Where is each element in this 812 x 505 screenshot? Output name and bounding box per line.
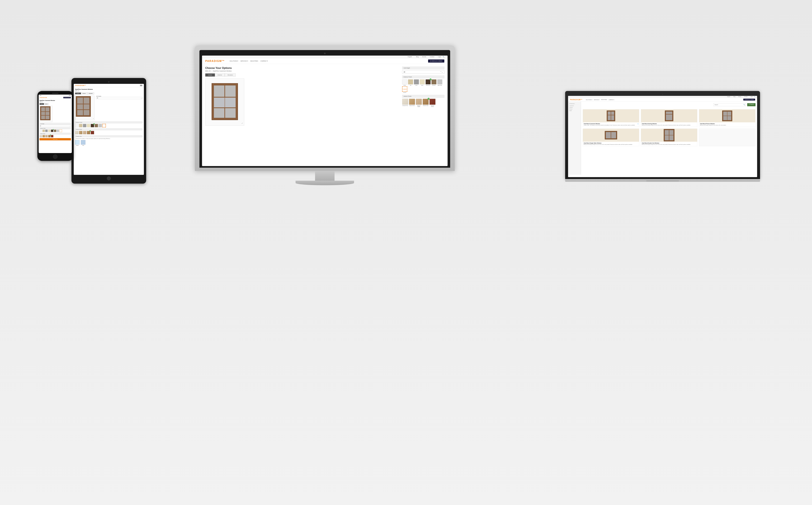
phone-swatch-white[interactable]: [39, 130, 42, 132]
tablet-tab-exterior[interactable]: Exterior: [81, 93, 87, 95]
swatch-nat-maple[interactable]: Natural Maple: [416, 99, 422, 107]
laptop-topbar-contact[interactable]: Contact: [744, 96, 748, 97]
phone-swatch-tan[interactable]: [42, 130, 45, 132]
tablet-glazing-triple[interactable]: Triple: [81, 140, 85, 146]
nav-industries[interactable]: INDUSTRIES: [250, 60, 258, 62]
topbar-separator2: ·: [420, 56, 421, 57]
laptop-topbar-english[interactable]: English: [727, 96, 730, 97]
phone-tab-exterior[interactable]: Exterior: [44, 103, 49, 105]
product-card-awning[interactable]: Clad Wood Awning Window Beauty and energ…: [641, 109, 697, 127]
tablet-tab-interior[interactable]: Interior: [75, 93, 81, 95]
right-panel: Call Height 48 ⌃⌄ Exterior Finish: [402, 66, 444, 162]
swatch-tan-label: Tan: [410, 85, 412, 86]
laptop-schedule-btn[interactable]: SCHEDULE A DEMO: [743, 99, 755, 101]
tablet-logo: PARADIGM™: [75, 85, 86, 86]
laptop-topbar-events[interactable]: Events: [738, 96, 741, 97]
tab-exterior[interactable]: Exterior: [215, 73, 225, 76]
swatch-white[interactable]: White: [402, 79, 407, 86]
swatch-grey[interactable]: Grey: [414, 79, 419, 86]
phone-swatch-lightgrey[interactable]: [56, 130, 59, 132]
tablet-swatch-tan[interactable]: [79, 124, 82, 127]
nav-services[interactable]: SERVICES ▾: [240, 60, 248, 62]
phone-swatch-custom[interactable]: [59, 130, 62, 132]
tablet-glazing-double[interactable]: Double: [75, 140, 79, 146]
phone-schedule-mini[interactable]: SCHEDULE A DEMO: [63, 97, 71, 98]
tablet-swatch-white[interactable]: [75, 124, 79, 127]
sidebar-category-3[interactable]: Awning: [569, 107, 580, 108]
topbar-english[interactable]: English: [408, 56, 412, 57]
tablet-swatch-espresso[interactable]: ✓: [91, 124, 94, 127]
topbar-blog[interactable]: Blog: [416, 56, 419, 57]
sidebar-category-5[interactable]: Slider: [569, 110, 580, 111]
tablet-call-height-select[interactable]: 48 ⌄: [96, 97, 143, 99]
phone-swatch-espresso[interactable]: ✓: [51, 130, 53, 132]
tablet-swatch-bronze[interactable]: [94, 124, 98, 127]
product-card-casement[interactable]: Clad Wood Casement Window ℹ Classic Styl…: [583, 109, 639, 127]
phone-add-to-cart-btn[interactable]: Add to Cart: [39, 138, 71, 140]
swatch-bronze[interactable]: Bronze: [431, 79, 437, 86]
call-height-select[interactable]: 48 ⌃⌄: [402, 70, 444, 73]
tablet-int-swatch-smooth[interactable]: [75, 131, 79, 134]
laptop-nav-solutions[interactable]: SOLUTIONS ▾: [586, 99, 592, 100]
tablet-camera: [108, 81, 109, 82]
laptop-topbar-blog[interactable]: Blog: [733, 96, 735, 97]
laptop-nav-industries[interactable]: INDUSTRIES: [601, 99, 607, 100]
topbar-search-icon[interactable]: 🔍: [443, 56, 444, 57]
laptop-topbar-login[interactable]: Login: [750, 96, 753, 97]
tablet-home-button[interactable]: [107, 176, 111, 180]
swatch-stained-cherry[interactable]: Stained Cherry: [430, 99, 436, 107]
topbar-events[interactable]: Events: [422, 56, 426, 57]
swatch-light-grey[interactable]: Light Grey: [437, 79, 442, 86]
expand-icon[interactable]: ⤢: [242, 122, 243, 124]
laptop-nav-company[interactable]: COMPANY ▾: [609, 99, 614, 100]
tab-interior[interactable]: Interior: [205, 73, 215, 76]
phone-tab-interior[interactable]: Interior: [39, 103, 44, 105]
phone-height-select[interactable]: 48 ⌄: [39, 125, 71, 127]
phone-int-swatch-nat-oak[interactable]: [42, 135, 45, 138]
swatch-custom[interactable]: Custom Custom: [402, 87, 407, 93]
tablet-swatch-lightgrey[interactable]: [98, 124, 102, 127]
phone-swatch-grey[interactable]: [45, 130, 48, 132]
phone-swatch-bronze[interactable]: [54, 130, 56, 132]
product-card-picture[interactable]: Clad Wood Picture Window Beauty and ener…: [699, 109, 756, 127]
phone-int-swatch-nat-maple[interactable]: [45, 135, 48, 138]
tablet-tab-elevation[interactable]: Elevation: [87, 93, 94, 95]
tablet-swatch-ivory[interactable]: [87, 124, 90, 127]
tablet-expand-icon[interactable]: ×: [93, 118, 94, 119]
laptop-topbar: English ~ Blog · Events · Contact · Logi…: [568, 96, 757, 98]
topbar-contact[interactable]: Contact: [430, 56, 435, 57]
hamburger-menu[interactable]: [140, 85, 142, 86]
sidebar-category-4[interactable]: Picture: [569, 109, 580, 110]
laptop-nav-services[interactable]: SERVICES ▾: [594, 99, 600, 100]
tablet-swatch-custom[interactable]: [102, 124, 106, 127]
product-card-slider[interactable]: Clad Wood Single Slider Window Beauty an…: [583, 129, 639, 146]
tab-elevation[interactable]: Elevation: [225, 73, 236, 76]
product-card-double-vent[interactable]: Clad Wood Double Vent Window Beauty and …: [641, 129, 697, 146]
tablet-swatch-grey[interactable]: [83, 124, 86, 127]
phone-swatch-ivory[interactable]: [48, 130, 51, 132]
swatch-nat-oak[interactable]: Natural Oak: [409, 99, 415, 107]
topbar-login[interactable]: Login: [438, 56, 441, 57]
sidebar-category-1[interactable]: All Windows: [569, 103, 580, 105]
swatch-tan[interactable]: Tan: [408, 79, 413, 86]
phone-int-swatch-smooth[interactable]: [39, 135, 42, 138]
swatch-stained-oak[interactable]: Stained Oak: [423, 99, 429, 107]
projects-button[interactable]: ≡ Projects: [747, 103, 756, 106]
phone-int-swatch-cherry[interactable]: [51, 135, 53, 138]
swatch-smooth[interactable]: Smooth Fine: [402, 99, 408, 107]
laptop-search-icon[interactable]: 🔍: [754, 96, 755, 97]
swatch-espresso[interactable]: Espresso: [426, 79, 431, 86]
search-input[interactable]: [714, 104, 743, 106]
tablet-int-swatch-nat-oak[interactable]: [79, 131, 82, 134]
phone-home-button[interactable]: [53, 154, 57, 159]
info-icon-casement[interactable]: ℹ: [638, 123, 638, 125]
nav-company[interactable]: COMPANY ▾: [260, 60, 268, 62]
tablet-int-swatch-nat-maple[interactable]: [83, 131, 86, 134]
swatch-ivory[interactable]: Ivory: [420, 79, 425, 86]
schedule-demo-button[interactable]: SCHEDULE A DEMO: [428, 59, 444, 62]
tablet-int-swatch-cherry[interactable]: [91, 131, 94, 134]
phone-int-swatch-stained-oak[interactable]: ✓: [48, 135, 51, 138]
tablet-int-swatch-stained-oak[interactable]: ✓: [87, 131, 90, 134]
sidebar-category-2[interactable]: Casement: [569, 105, 580, 106]
nav-solutions[interactable]: SOLUTIONS ▾: [230, 60, 238, 62]
